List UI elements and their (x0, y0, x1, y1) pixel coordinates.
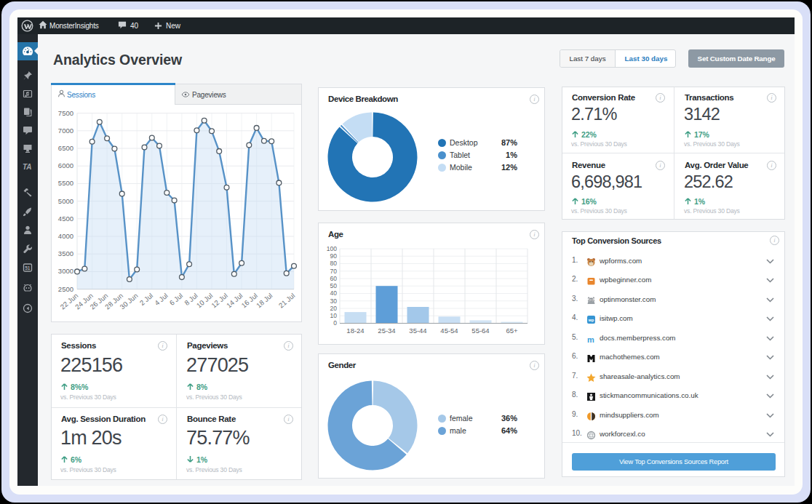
svg-text:3000: 3000 (58, 267, 73, 275)
svg-text:30: 30 (330, 297, 338, 305)
svg-text:70: 70 (330, 268, 338, 275)
svg-text:4 Jul: 4 Jul (153, 292, 169, 307)
svg-text:6000: 6000 (58, 161, 73, 169)
svg-text:3500: 3500 (58, 249, 73, 257)
svg-text:wp: wp (588, 318, 594, 322)
svg-text:4000: 4000 (58, 232, 73, 240)
svg-text:m: m (587, 335, 594, 344)
svg-text:55-64: 55-64 (471, 327, 489, 335)
svg-text:16 Jul: 16 Jul (239, 292, 258, 310)
svg-text:6 Jul: 6 Jul (168, 292, 184, 307)
svg-text:65+: 65+ (506, 327, 518, 335)
svg-text:21 Jul: 21 Jul (277, 292, 296, 310)
svg-text:5500: 5500 (58, 179, 73, 187)
svg-text:7000: 7000 (58, 127, 73, 135)
svg-text:50: 50 (330, 282, 338, 289)
svg-text:35-44: 35-44 (409, 327, 426, 335)
svg-text:40: 40 (330, 289, 338, 297)
svg-text:90: 90 (330, 252, 338, 260)
svg-text:10: 10 (330, 312, 338, 319)
svg-text:10 Jul: 10 Jul (195, 292, 214, 310)
svg-text:0: 0 (333, 319, 337, 327)
svg-text:4500: 4500 (58, 215, 73, 223)
svg-text:12 Jul: 12 Jul (210, 292, 228, 310)
svg-text:18 Jul: 18 Jul (255, 292, 274, 310)
svg-text:TA: TA (23, 163, 32, 171)
svg-text:5000: 5000 (58, 197, 73, 205)
svg-text:6500: 6500 (58, 144, 73, 152)
svg-text:60: 60 (330, 275, 338, 282)
svg-text:20: 20 (330, 305, 338, 312)
svg-text:7500: 7500 (58, 109, 73, 117)
svg-text:2500: 2500 (58, 285, 73, 293)
svg-text:14 Jul: 14 Jul (225, 292, 244, 310)
svg-text:51: 51 (25, 265, 31, 271)
svg-text:45-54: 45-54 (440, 327, 458, 335)
svg-text:100: 100 (327, 245, 337, 252)
svg-text:80: 80 (330, 260, 338, 267)
svg-text:25-34: 25-34 (378, 327, 395, 335)
svg-text:2 Jul: 2 Jul (138, 292, 154, 307)
svg-text:18-24: 18-24 (346, 327, 364, 335)
